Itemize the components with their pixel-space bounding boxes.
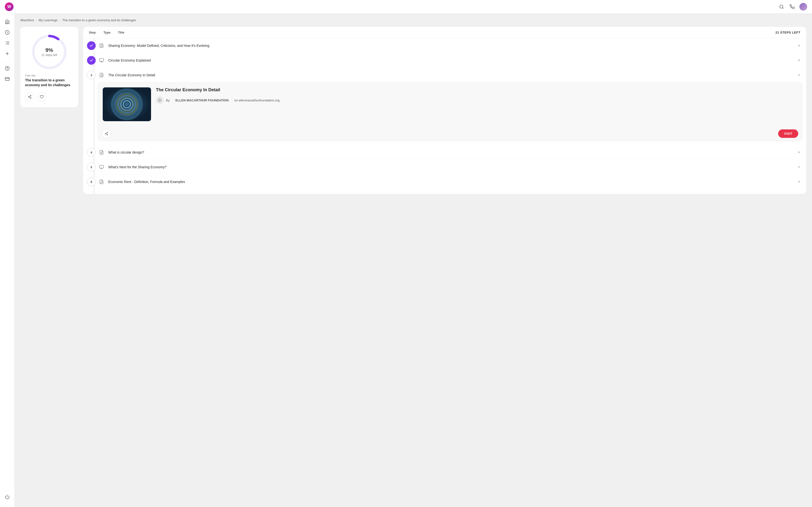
step-chevron-5: ▼	[798, 165, 800, 169]
step-title-1: Sharing Economy: Model Defined, Criticis…	[108, 44, 796, 48]
step-row-6[interactable]: 6 Economic Rent - Definition, Formula an…	[83, 175, 806, 189]
path-title: The transition to a green economy and it…	[25, 78, 73, 88]
right-panel: Step Type Title 21 STEPS LEFT	[83, 27, 806, 194]
svg-line-47	[106, 133, 107, 133]
breadcrumb-my-learnings[interactable]: My Learnings	[39, 18, 57, 22]
sidebar-bottom	[3, 489, 12, 503]
svg-rect-24	[100, 59, 104, 62]
article-source: By ELLEN MACARTHUR FOUNDATION on ellenma…	[156, 96, 797, 104]
top-nav-right	[778, 3, 807, 11]
step-chevron-2: ▼	[798, 59, 800, 62]
breadcrumb: WiseShot › My Learnings › The transition…	[20, 18, 806, 22]
progress-circle: 9% 21 steps left	[30, 33, 69, 71]
breadcrumb-arrow-2: ›	[59, 18, 60, 22]
step-type-icon-2	[98, 56, 105, 64]
col-title-header: Title	[118, 31, 775, 34]
sidebar-card-icon[interactable]	[3, 74, 12, 83]
path-label: Path title:	[25, 74, 36, 77]
progress-center: 9% 21 steps left	[42, 47, 57, 57]
step-indicator-4: 4	[87, 148, 96, 157]
article-expanded-title: The Circular Economy In Detail	[156, 88, 797, 93]
share-button[interactable]	[25, 92, 34, 101]
svg-line-46	[106, 134, 107, 134]
svg-point-38	[159, 100, 160, 101]
step-indicator-6: 6	[87, 177, 96, 186]
svg-rect-13	[5, 77, 9, 80]
svg-line-20	[29, 97, 31, 98]
sidebar-home-icon[interactable]	[3, 17, 12, 26]
user-avatar[interactable]	[800, 3, 807, 11]
breadcrumb-current: The transition to a green economy and it…	[62, 18, 136, 22]
source-logo	[156, 96, 164, 104]
svg-line-21	[29, 96, 31, 97]
step-row-2[interactable]: Circular Economy Explained ▼	[83, 53, 806, 68]
sidebar-power-icon[interactable]	[3, 493, 12, 501]
search-icon[interactable]	[778, 3, 785, 10]
step-actions: VISIT	[98, 126, 802, 141]
svg-line-1	[782, 8, 783, 9]
source-url: on ellenmacarthurfoundation.org	[234, 99, 280, 102]
step-title-5: What's Next for the Sharing Economy?	[108, 165, 796, 169]
progress-percent: 9%	[42, 47, 57, 53]
sidebar-divider	[4, 62, 11, 62]
like-button[interactable]	[37, 92, 46, 101]
step-chevron-3: ▼	[798, 73, 800, 77]
col-step-header: Step	[89, 31, 103, 34]
sidebar	[0, 13, 14, 507]
step-indicator-5: 5	[87, 163, 96, 171]
sidebar-explore-icon[interactable]	[3, 28, 12, 37]
article-info: The Circular Economy In Detail	[156, 88, 797, 104]
left-panel: 9% 21 steps left Path title: The transit…	[20, 27, 78, 107]
step-row-1[interactable]: Sharing Economy: Model Defined, Criticis…	[83, 38, 806, 53]
step-row-3[interactable]: 3 The Circular Economy In Detail ▼	[83, 68, 806, 82]
svg-point-34	[125, 103, 129, 106]
path-actions	[25, 92, 46, 101]
source-by: By	[166, 99, 170, 102]
notifications-icon[interactable]	[789, 3, 796, 10]
step-chevron-6: ▼	[798, 180, 800, 183]
step-type-icon-3	[98, 71, 105, 79]
sidebar-bottom-divider	[3, 490, 10, 491]
steps-header: Step Type Title 21 STEPS LEFT	[83, 27, 806, 38]
step-indicator-3: 3	[87, 71, 96, 79]
sidebar-list-icon[interactable]	[3, 39, 12, 47]
step-title-4: What is circular design?	[108, 151, 796, 154]
step-row-4[interactable]: 4 What is circular design? ▼	[83, 145, 806, 160]
step-title-3: The Circular Economy In Detail	[108, 73, 796, 77]
step-expanded-3: The Circular Economy In Detail	[98, 82, 802, 141]
sidebar-help-icon[interactable]	[3, 64, 12, 73]
article-share-button[interactable]	[102, 129, 111, 138]
step-type-icon-1	[98, 42, 105, 50]
timeline: Sharing Economy: Model Defined, Criticis…	[83, 38, 806, 194]
main-content: WiseShot › My Learnings › The transition…	[14, 13, 812, 507]
article-image	[103, 88, 151, 121]
sidebar-add-icon[interactable]	[3, 49, 12, 58]
breadcrumb-wiseshot[interactable]: WiseShot	[20, 18, 34, 22]
source-name: ELLEN MACARTHUR FOUNDATION	[175, 99, 229, 102]
step-type-icon-6	[98, 178, 105, 186]
article-card: The Circular Economy In Detail	[98, 82, 802, 126]
visit-button[interactable]: VISIT	[778, 129, 798, 138]
app-logo[interactable]: W	[5, 2, 13, 11]
step-title-2: Circular Economy Explained	[108, 58, 796, 62]
step-chevron-1: ▼	[798, 44, 800, 47]
col-type-header: Type	[103, 31, 118, 34]
step-row-5[interactable]: 5 What's Next for the Sharing Economy? ▼	[83, 160, 806, 175]
step-indicator-2	[87, 56, 96, 65]
step-type-icon-5	[98, 163, 105, 171]
svg-rect-50	[100, 165, 104, 168]
step-title-6: Economic Rent - Definition, Formula and …	[108, 180, 796, 184]
step-chevron-4: ▼	[798, 151, 800, 154]
steps-count: 21 STEPS LEFT	[775, 31, 800, 34]
progress-steps-label: 21 steps left	[42, 53, 57, 57]
content-layout: 9% 21 steps left Path title: The transit…	[20, 27, 806, 194]
step-type-icon-4	[98, 149, 105, 156]
step-indicator-1	[87, 41, 96, 50]
top-nav: W	[0, 0, 812, 13]
breadcrumb-arrow-1: ›	[36, 18, 37, 22]
